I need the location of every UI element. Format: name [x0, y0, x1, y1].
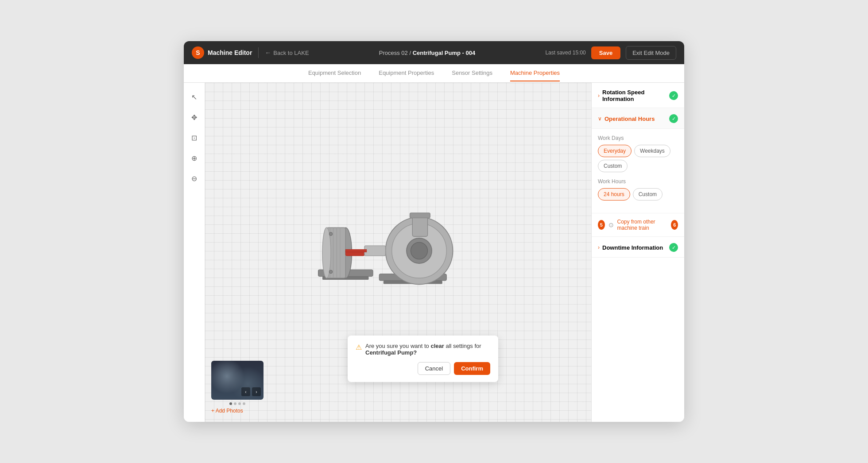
confirm-dialog-text: Are you sure you want to clear all setti… — [365, 343, 490, 356]
svg-point-17 — [411, 243, 428, 259]
back-link[interactable]: ← Back to LAKE — [265, 49, 309, 56]
main-content: ↖ ✥ ⊡ ⊕ ⊖ — [184, 83, 684, 422]
operational-hours-check: ✓ — [669, 114, 678, 123]
tab-machine-properties[interactable]: Machine Properties — [510, 65, 560, 81]
photo-navigation: ‹ › — [241, 387, 261, 396]
operational-hours-content: Work Days Everyday Weekdays Custom Work … — [592, 129, 684, 213]
work-days-everyday[interactable]: Everyday — [598, 145, 632, 157]
operational-hours-title: Operational Hours — [604, 116, 669, 122]
right-panel: › Rotation Speed Information ✓ ∨ Operati… — [591, 83, 684, 422]
logo: S Machine Editor — [192, 46, 252, 59]
move-tool-button[interactable]: ✥ — [187, 110, 202, 124]
photo-dot-2 — [234, 402, 236, 405]
copy-icon: ⊙ — [608, 221, 614, 228]
copy-machine-train-section: 5 ⊙ Copy from other machine train 6 — [592, 213, 684, 237]
zoom-out-button[interactable]: ⊖ — [187, 171, 202, 185]
machine-illustration — [306, 189, 474, 304]
step-badge-5: 5 — [598, 220, 605, 230]
confirm-button[interactable]: Confirm — [454, 362, 490, 375]
svg-rect-21 — [345, 250, 367, 252]
photo-prev-button[interactable]: ‹ — [241, 387, 250, 396]
work-hours-24h[interactable]: 24 hours — [598, 188, 630, 201]
confirm-dialog: ⚠ Are you sure you want to clear all set… — [348, 336, 498, 382]
canvas-area[interactable]: ‹ › + Add Photos ⚠ Are you sure yo — [205, 83, 591, 422]
back-arrow-icon: ← — [265, 49, 271, 56]
work-days-options: Everyday Weekdays Custom — [598, 145, 678, 172]
rotation-speed-chevron: › — [598, 93, 600, 99]
cancel-button[interactable]: Cancel — [418, 362, 450, 375]
svg-rect-20 — [364, 246, 386, 256]
photo-next-button[interactable]: › — [252, 387, 261, 396]
photo-thumbnail[interactable]: ‹ › — [211, 361, 264, 400]
header-divider — [258, 47, 259, 58]
rotation-speed-check: ✓ — [669, 91, 678, 100]
header-right: Last saved 15:00 Save Exit Edit Mode — [545, 46, 676, 60]
cursor-tool-button[interactable]: ↖ — [187, 90, 202, 104]
svg-rect-19 — [410, 213, 430, 218]
operational-hours-section-header[interactable]: ∨ Operational Hours ✓ — [592, 108, 684, 129]
photo-dot-4 — [243, 402, 245, 405]
downtime-check: ✓ — [669, 243, 678, 252]
photo-dot-3 — [238, 402, 241, 405]
work-days-label: Work Days — [598, 135, 678, 141]
photo-dot-1 — [229, 402, 232, 405]
tab-bar: Equipment Selection Equipment Properties… — [184, 64, 684, 83]
zoom-in-button[interactable]: ⊕ — [187, 151, 202, 165]
operational-hours-chevron: ∨ — [598, 116, 602, 122]
downtime-title: Downtime Information — [602, 244, 669, 251]
confirm-dialog-actions: Cancel Confirm — [356, 362, 490, 375]
header: S Machine Editor ← Back to LAKE Process … — [184, 41, 684, 64]
crop-tool-button[interactable]: ⊡ — [187, 131, 202, 145]
tab-equipment-selection[interactable]: Equipment Selection — [308, 65, 361, 81]
step-badge-6: 6 — [671, 220, 678, 230]
tab-sensor-settings[interactable]: Sensor Settings — [452, 65, 492, 81]
svg-point-10 — [329, 270, 333, 274]
app-title: Machine Editor — [208, 49, 252, 56]
photo-dots — [211, 402, 264, 405]
rotation-speed-title: Rotation Speed Information — [602, 89, 669, 102]
back-label: Back to LAKE — [273, 50, 309, 56]
work-days-weekdays[interactable]: Weekdays — [634, 145, 670, 157]
rotation-speed-section[interactable]: › Rotation Speed Information ✓ — [592, 83, 684, 108]
work-days-custom[interactable]: Custom — [598, 160, 628, 172]
tab-equipment-properties[interactable]: Equipment Properties — [379, 65, 434, 81]
downtime-section[interactable]: › Downtime Information ✓ — [592, 237, 684, 258]
svg-point-9 — [329, 232, 333, 236]
save-button[interactable]: Save — [591, 46, 620, 59]
warning-icon: ⚠ — [356, 343, 362, 351]
copy-machine-train-link[interactable]: Copy from other machine train — [617, 219, 668, 231]
last-saved: Last saved 15:00 — [545, 50, 585, 56]
add-photos-button[interactable]: + Add Photos — [211, 408, 243, 414]
exit-edit-mode-button[interactable]: Exit Edit Mode — [626, 46, 676, 60]
logo-icon: S — [192, 46, 204, 59]
downtime-chevron: › — [598, 244, 600, 251]
photo-panel: ‹ › + Add Photos — [211, 361, 264, 414]
breadcrumb: Process 02 / Centrifugal Pump - 004 — [309, 50, 546, 56]
work-hours-custom[interactable]: Custom — [633, 188, 663, 201]
work-hours-label: Work Hours — [598, 178, 678, 185]
left-toolbar: ↖ ✥ ⊡ ⊕ ⊖ — [184, 83, 205, 422]
breadcrumb-text: Process 02 / Centrifugal Pump - 004 — [379, 50, 475, 56]
work-hours-options: 24 hours Custom — [598, 188, 678, 201]
confirm-dialog-content: ⚠ Are you sure you want to clear all set… — [356, 343, 490, 356]
